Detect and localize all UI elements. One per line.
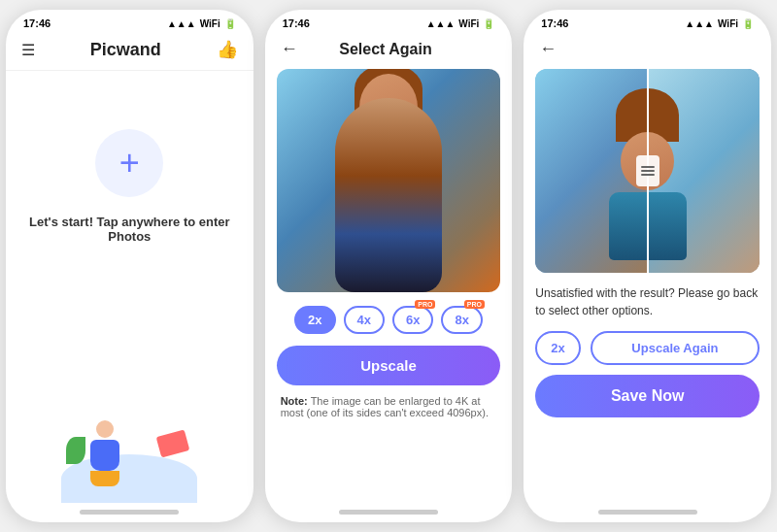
note-bold: Note: xyxy=(281,395,308,407)
top-bar-1: ☰ Picwand 👍 xyxy=(6,33,253,71)
signal-icon-2: ▲▲▲ xyxy=(426,18,456,29)
scale-6x-button[interactable]: 6x PRO xyxy=(392,306,433,334)
person-body xyxy=(90,440,119,471)
divider-handle[interactable] xyxy=(636,155,659,186)
envelope-shape xyxy=(156,429,190,457)
handle-line-3 xyxy=(641,174,655,176)
note-body: The image can be enlarged to 4K at most … xyxy=(281,395,489,418)
battery-icon: 🔋 xyxy=(224,18,236,29)
phone-screen-3: 17:46 ▲▲▲ WiFi 🔋 ← Unsatisfied with th xyxy=(524,10,771,522)
home-indicator-1 xyxy=(80,510,179,515)
home-indicator-2 xyxy=(339,510,438,515)
back-button-3[interactable]: ← xyxy=(539,39,557,59)
photo-area-3: Unsatisfied with the result? Please go b… xyxy=(524,69,771,502)
upscale-again-button[interactable]: Upscale Again xyxy=(591,331,760,365)
person-head xyxy=(96,420,114,438)
plus-icon: + xyxy=(119,146,140,181)
wifi-icon-2: WiFi xyxy=(458,18,479,29)
top-bar-2: ← Select Again xyxy=(265,33,513,69)
comparison-box xyxy=(535,69,760,273)
phone-screen-1: 17:46 ▲▲▲ WiFi 🔋 ☰ Picwand 👍 + Let's sta… xyxy=(6,10,253,522)
top-bar-3: ← xyxy=(524,33,771,69)
status-time-3: 17:46 xyxy=(541,17,568,29)
app-title: Picwand xyxy=(90,40,161,60)
battery-icon-3: 🔋 xyxy=(742,18,754,29)
pro-badge-6x: PRO xyxy=(415,300,435,309)
hint-text: Let's start! Tap anywhere to enter Photo… xyxy=(6,215,253,244)
signal-icon-3: ▲▲▲ xyxy=(685,18,714,29)
signal-icon: ▲▲▲ xyxy=(167,18,196,29)
photo-preview-2 xyxy=(277,69,501,292)
wifi-icon: WiFi xyxy=(200,18,220,29)
status-icons-2: ▲▲▲ WiFi 🔋 xyxy=(426,18,495,29)
scale-2x-button[interactable]: 2x xyxy=(294,306,335,334)
status-bar-3: 17:46 ▲▲▲ WiFi 🔋 xyxy=(524,10,771,33)
scale-4x-button[interactable]: 4x xyxy=(344,306,385,334)
person-shape xyxy=(81,420,129,479)
handle-line-1 xyxy=(641,166,655,168)
phone-screen-2: 17:46 ▲▲▲ WiFi 🔋 ← Select Again 2x 4x 6x… xyxy=(265,10,513,522)
thumb-icon[interactable]: 👍 xyxy=(217,39,238,60)
scale-8x-button[interactable]: 8x PRO xyxy=(441,306,482,334)
home-indicator-3 xyxy=(598,510,697,515)
scale-2x-small-button[interactable]: 2x xyxy=(535,331,580,365)
menu-icon[interactable]: ☰ xyxy=(21,41,35,59)
status-time-2: 17:46 xyxy=(283,17,310,29)
handle-line-2 xyxy=(641,170,655,172)
person-silhouette-2 xyxy=(335,98,442,292)
save-now-button[interactable]: Save Now xyxy=(535,375,760,417)
status-bar-1: 17:46 ▲▲▲ WiFi 🔋 xyxy=(6,10,253,33)
illus-container xyxy=(61,406,197,503)
pro-badge-8x: PRO xyxy=(464,300,485,309)
wifi-icon-3: WiFi xyxy=(718,18,738,29)
photo-area-2: 2x 4x 6x PRO 8x PRO Upscale Note: The im… xyxy=(265,69,513,502)
status-icons-1: ▲▲▲ WiFi 🔋 xyxy=(167,18,236,29)
illustration xyxy=(6,406,253,503)
scale-options: 2x 4x 6x PRO 8x PRO xyxy=(277,306,501,334)
status-icons-3: ▲▲▲ WiFi 🔋 xyxy=(685,18,754,29)
upscale-button[interactable]: Upscale xyxy=(277,346,501,385)
note-text: Note: The image can be enlarged to 4K at… xyxy=(277,395,501,418)
add-photo-button[interactable]: + xyxy=(95,129,163,197)
person-legs xyxy=(90,471,119,486)
unsatisfied-text: Unsatisfied with the result? Please go b… xyxy=(535,284,760,319)
battery-icon-2: 🔋 xyxy=(483,18,494,29)
status-time-1: 17:46 xyxy=(23,17,51,29)
status-bar-2: 17:46 ▲▲▲ WiFi 🔋 xyxy=(265,10,513,33)
back-button-2[interactable]: ← xyxy=(281,39,298,59)
page-title-2: Select Again xyxy=(339,41,431,58)
bottom-actions: 2x Upscale Again xyxy=(535,331,760,365)
